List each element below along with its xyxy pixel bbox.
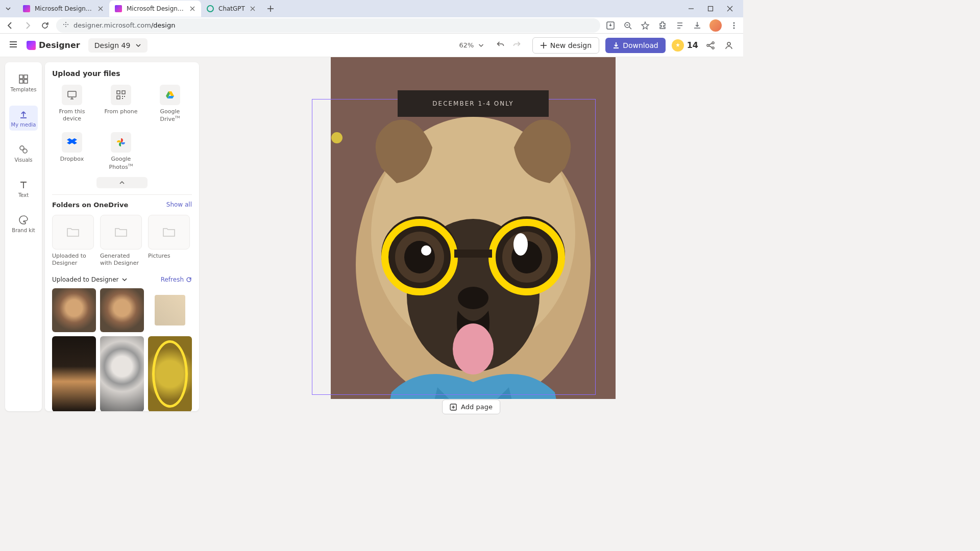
design-name: Design 49 — [94, 41, 131, 49]
upload-icon — [18, 109, 29, 120]
media-thumbnail-1[interactable] — [52, 288, 96, 332]
designer-logo-icon — [27, 41, 36, 50]
undo-button[interactable] — [496, 40, 505, 51]
rail-label: Templates — [11, 87, 37, 92]
media-thumbnail-3[interactable] — [148, 288, 192, 332]
media-thumbnail-2[interactable] — [100, 288, 144, 332]
designer-logo[interactable]: Designer — [27, 40, 80, 50]
svg-rect-22 — [117, 91, 120, 94]
svg-point-5 — [65, 26, 66, 27]
upload-google-drive[interactable]: Google DriveTM — [150, 85, 190, 123]
main-menu-button[interactable] — [8, 39, 18, 52]
upload-from-device[interactable]: From this device — [52, 85, 92, 123]
redo-button[interactable] — [511, 40, 521, 51]
new-design-label: New design — [550, 41, 592, 49]
browser-tab-2-active[interactable]: Microsoft Designer - Stunning — [109, 1, 201, 17]
url-input[interactable]: designer.microsoft.com/design — [56, 18, 600, 33]
coin-icon — [672, 39, 684, 52]
rail-my-media[interactable]: My media — [9, 106, 38, 131]
refresh-button[interactable]: Refresh — [161, 276, 192, 283]
svg-point-41 — [513, 233, 528, 256]
bookmark-icon[interactable] — [640, 20, 650, 31]
svg-rect-23 — [122, 91, 125, 94]
site-info-icon[interactable] — [62, 20, 69, 30]
design-name-selector[interactable]: Design 49 — [88, 38, 148, 53]
close-tab-icon[interactable] — [189, 5, 196, 12]
new-tab-button[interactable] — [263, 2, 278, 16]
collapse-upload-button[interactable] — [96, 177, 148, 188]
minimize-window-button[interactable] — [686, 4, 696, 14]
svg-point-42 — [458, 287, 488, 309]
download-label: Download — [623, 41, 658, 49]
palette-icon — [18, 214, 29, 226]
folder-pictures[interactable]: Pictures — [148, 215, 190, 267]
media-thumbnail-5[interactable] — [100, 336, 144, 411]
filter-label: Uploaded to Designer — [52, 276, 118, 283]
browser-tab-3[interactable]: ChatGPT — [201, 1, 261, 17]
maximize-window-button[interactable] — [705, 4, 716, 14]
reload-button[interactable] — [39, 19, 51, 32]
folder-icon — [52, 215, 94, 249]
canvas-area[interactable]: DECEMBER 1-4 ONLY Add page — [199, 57, 743, 416]
canvas-image-pug[interactable] — [346, 107, 601, 399]
qr-icon — [111, 85, 131, 105]
close-tab-icon[interactable] — [97, 5, 104, 12]
browser-tab-1[interactable]: Microsoft Designer - Stunning — [17, 1, 109, 17]
templates-icon — [18, 73, 29, 85]
design-canvas[interactable]: DECEMBER 1-4 ONLY — [331, 57, 616, 399]
show-all-link[interactable]: Show all — [166, 201, 192, 208]
back-button[interactable] — [4, 19, 16, 32]
svg-point-20 — [23, 149, 27, 153]
download-button[interactable]: Download — [605, 38, 666, 53]
visuals-icon — [18, 144, 29, 155]
svg-rect-17 — [19, 80, 23, 83]
svg-rect-0 — [708, 7, 713, 11]
my-media-panel: Upload your files From this device From … — [45, 62, 199, 411]
add-page-button[interactable]: Add page — [442, 399, 500, 414]
install-app-icon[interactable] — [605, 20, 616, 31]
media-filter-dropdown[interactable]: Uploaded to Designer — [52, 276, 128, 283]
zoom-level[interactable]: 62% — [459, 41, 474, 49]
browser-address-bar: designer.microsoft.com/design — [0, 17, 743, 34]
rail-templates[interactable]: Templates — [9, 70, 38, 95]
close-window-button[interactable] — [725, 4, 735, 14]
logo-text: Designer — [39, 40, 80, 50]
media-thumbnail-4[interactable] — [52, 336, 96, 411]
canvas-text-banner[interactable]: DECEMBER 1-4 ONLY — [398, 90, 549, 117]
rail-label: My media — [11, 122, 36, 128]
rail-brand-kit[interactable]: Brand kit — [9, 211, 38, 236]
add-page-label: Add page — [461, 403, 493, 411]
upload-from-phone[interactable]: From phone — [101, 85, 141, 123]
extensions-icon[interactable] — [657, 20, 668, 31]
new-design-button[interactable]: New design — [532, 37, 599, 54]
svg-point-9 — [733, 24, 735, 26]
downloads-icon[interactable] — [692, 20, 702, 31]
media-thumbnail-6[interactable] — [148, 336, 192, 411]
profile-avatar[interactable] — [709, 19, 722, 32]
svg-rect-16 — [24, 75, 28, 79]
reading-list-icon[interactable] — [675, 20, 685, 31]
zoom-indicator-icon[interactable] — [623, 20, 633, 31]
credits-indicator[interactable]: 14 — [672, 39, 698, 52]
folder-uploaded[interactable]: Uploaded to Designer — [52, 215, 94, 267]
share-button[interactable] — [704, 39, 717, 52]
folder-icon — [100, 215, 142, 249]
side-rail: Templates My media Visuals Text Brand ki… — [5, 62, 42, 411]
rail-text[interactable]: Text — [9, 176, 38, 201]
svg-point-3 — [67, 24, 68, 25]
upload-dropbox[interactable]: Dropbox — [52, 132, 92, 170]
close-tab-icon[interactable] — [249, 5, 256, 12]
divider — [52, 194, 192, 195]
svg-point-8 — [733, 22, 735, 23]
rail-label: Brand kit — [12, 228, 35, 233]
forward-button[interactable] — [21, 19, 34, 32]
svg-point-11 — [707, 44, 709, 46]
chevron-down-icon[interactable] — [478, 42, 484, 48]
account-button[interactable] — [723, 39, 735, 52]
tab-search-dropdown[interactable] — [3, 4, 13, 14]
rail-visuals[interactable]: Visuals — [9, 141, 38, 166]
folder-generated[interactable]: Generated with Designer — [100, 215, 142, 267]
browser-menu-icon[interactable] — [729, 20, 739, 31]
upload-google-photos[interactable]: Google PhotosTM — [101, 132, 141, 170]
svg-rect-35 — [454, 249, 492, 258]
